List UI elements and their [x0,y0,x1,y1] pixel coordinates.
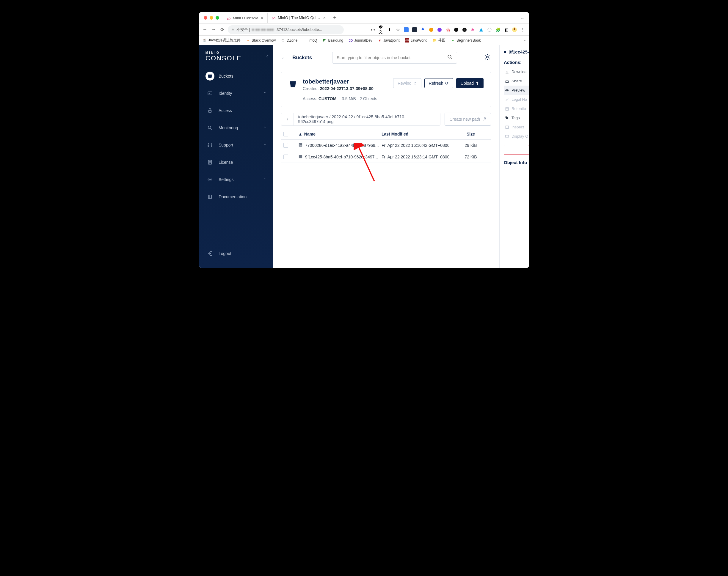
download-icon [505,70,509,74]
sidebar-item-logout[interactable]: Logout [199,245,273,262]
panel-icon[interactable]: ◧ [503,27,509,32]
bookmark-item[interactable]: 📁斗图 [433,38,446,43]
lock-icon [205,106,215,115]
svg-point-2 [429,28,433,32]
delete-button[interactable] [504,145,529,154]
bookmark-item[interactable]: JDJournalDev [348,38,372,42]
svg-rect-29 [506,107,508,110]
logout-icon [205,249,215,258]
ext-icon[interactable] [428,27,434,32]
ext-icon[interactable] [478,27,484,32]
sidebar-item-support[interactable]: Support ⌃ [199,137,273,154]
upload-button[interactable]: Upload ⬆ [456,78,483,88]
bookmark-item[interactable]: ☕Java程序员进阶之路 [202,38,241,43]
action-download[interactable]: Downloa [504,67,529,76]
search-box[interactable] [332,52,457,64]
document-icon [205,158,215,167]
rewind-button[interactable]: Rewind ↺ [393,78,421,88]
bucket-card: tobebetterjavaer Created: 2022-04-22T13:… [281,72,491,107]
row-checkbox[interactable] [283,154,288,159]
ext-icon[interactable] [412,27,417,32]
reload-button[interactable]: ⟳ [220,27,224,32]
action-tags[interactable]: Tags [504,113,529,122]
bookmark-item[interactable]: ◤Baeldung [323,38,343,42]
select-all-checkbox[interactable] [283,132,288,137]
ext-icon[interactable] [403,27,409,32]
search-input[interactable] [337,55,447,60]
tabs-overflow-icon[interactable]: ⌄ [521,15,524,21]
close-tab-icon[interactable]: × [323,16,326,20]
bookmark-item[interactable]: ≡Stack Overflow [246,38,276,42]
profile-avatar[interactable] [512,27,517,32]
svg-point-17 [209,179,211,180]
star-icon[interactable]: ☆ [395,27,400,32]
action-inspect: Inspect [504,122,529,132]
sidebar-item-buckets[interactable]: Buckets [199,67,273,85]
column-size[interactable]: Size [453,132,488,137]
column-modified[interactable]: Last Modified [382,132,453,137]
url-field[interactable]: ⚠ 不安全 | ■ ■■ ■■ ■■■ .37413/buckets/tobeb… [228,25,344,34]
refresh-icon: ⟳ [445,81,449,86]
bookmark-item[interactable]: ⬡DZone [281,38,298,42]
action-share[interactable]: Share [504,76,529,86]
close-window-button[interactable] [204,16,207,20]
new-tab-button[interactable]: + [330,15,339,21]
search-icon [205,123,215,132]
bookmark-item[interactable]: JWJavaWorld [405,38,427,42]
svg-rect-31 [506,135,509,137]
ext-icon[interactable]: 品 [445,27,451,32]
svg-rect-23 [299,155,302,158]
breadcrumb[interactable]: tobebetterjavaer / 2022-04-22 / 9f1cc425… [294,114,440,124]
bookmarks-overflow-icon[interactable]: » [524,38,526,42]
sidebar-item-license[interactable]: License [199,154,273,171]
ext-icon[interactable] [487,27,492,32]
refresh-button[interactable]: Refresh ⟳ [424,78,453,88]
browser-window: ᔕ MinIO Console × ᔕ MinIO | The MinIO Qu… [199,12,529,268]
browser-tabs: ᔕ MinIO Console × ᔕ MinIO | The MinIO Qu… [223,12,521,24]
sidebar-item-label: License [219,160,233,165]
extensions-icon[interactable]: 🧩 [495,27,501,32]
bucket-actions: Rewind ↺ Refresh ⟳ Upload ⬆ [393,78,483,88]
sidebar-item-identity[interactable]: Identity ⌃ [199,85,273,102]
key-icon[interactable]: ⊶ [370,27,375,32]
translate-icon[interactable]: �文 [379,27,384,32]
sidebar-collapse-icon[interactable]: ‹ [267,54,268,59]
menu-icon[interactable]: ⋮ [520,27,526,32]
headset-icon [205,141,215,149]
tab-minio-quickstart[interactable]: ᔕ MinIO | The MinIO Quickstart G × [268,12,330,23]
action-preview[interactable]: Preview [504,86,529,95]
tab-minio-console[interactable]: ᔕ MinIO Console × [223,12,268,23]
sidebar-item-access[interactable]: Access [199,102,273,119]
ext-icon[interactable] [420,27,425,32]
bucket-icon [205,71,215,81]
column-name[interactable]: ▲Name [298,132,382,137]
row-checkbox[interactable] [283,143,288,148]
bookmark-item[interactable]: ▼Javatpoint [378,38,400,42]
sidebar-item-monitoring[interactable]: Monitoring ⌃ [199,119,273,137]
ext-icon[interactable]: ✱ [470,27,476,32]
sidebar-item-label: Documentation [219,194,247,199]
bookmark-item[interactable]: ●BeginnersBook [451,38,481,42]
upload-icon: ⬆ [476,81,479,86]
maximize-window-button[interactable] [216,16,219,20]
bookmark-item[interactable]: —InfoQ [303,38,317,42]
create-path-button[interactable]: Create new path :// [445,113,491,126]
sidebar-item-settings[interactable]: Settings ⌃ [199,171,273,188]
table-row[interactable]: 77000286-d1ec-41a2-a44b-d9287969... Fri … [281,140,491,151]
back-arrow-icon[interactable]: ← [281,54,287,61]
back-button[interactable]: ← [202,27,207,32]
sidebar-item-documentation[interactable]: Documentation [199,188,273,205]
svg-rect-1 [412,27,417,32]
forward-button[interactable]: → [212,27,216,32]
table-row[interactable]: 9f1cc425-8ba5-40ef-b710-962cc3497... Fri… [281,151,491,163]
path-back-button[interactable]: ‹ [281,113,294,126]
svg-point-9 [513,28,515,30]
minimize-window-button[interactable] [209,16,213,20]
ext-icon[interactable] [453,27,459,32]
close-tab-icon[interactable]: × [261,16,263,21]
settings-button[interactable] [484,54,491,62]
sidebar-item-label: Settings [219,177,234,182]
ext-icon[interactable]: 9 [462,27,467,32]
ext-icon[interactable] [437,27,442,32]
share-icon[interactable]: ⬆ [387,27,392,32]
